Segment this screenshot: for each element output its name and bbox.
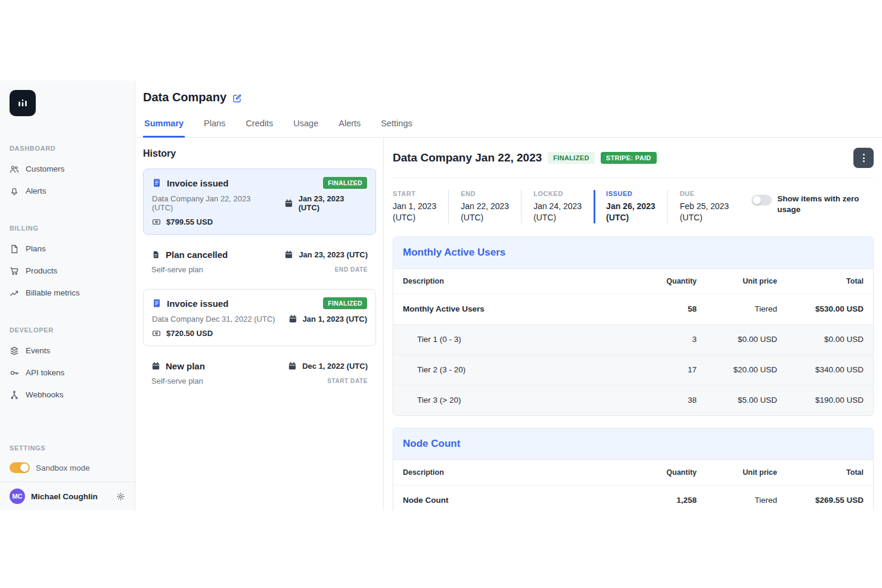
invoice-amount: $799.55 USD [166,217,213,226]
date-label: DUE [680,190,729,197]
tab-summary[interactable]: Summary [143,119,185,138]
invoice-subtitle: Data Company Dec 31, 2022 (UTC) [152,315,275,323]
date-value: Feb 25, 2023 [680,201,729,211]
money-icon [152,217,161,226]
date-end: END Jan 22, 2023(UTC) [448,190,521,223]
date-value: Jan 1, 2023 [393,201,436,211]
sidebar: DASHBOARD Customers Alerts [0,80,135,511]
brand-logo[interactable] [10,90,36,116]
page-title: Data Company [143,91,226,104]
tab-settings[interactable]: Settings [380,119,413,138]
history-item-plan-cancelled[interactable]: Plan cancelled Jan 23, 2023 (UTC) Self-s… [143,242,376,281]
table-header: Description Quantity Unit price Total [393,460,873,485]
history-item-title: Invoice issued [167,298,228,309]
date-label: START [393,190,436,197]
date-value: Jan 26, 2023 [606,201,656,211]
sidebar-bottom: SETTINGS Sandbox mode MC Michael Coughli… [0,444,135,511]
zero-usage-label: Show items with zero usage [777,194,867,214]
sidebar-item-webhooks[interactable]: Webhooks [10,384,125,406]
edit-icon[interactable] [232,94,242,103]
sidebar-item-label: Customers [26,164,64,173]
sidebar-item-label: Products [26,266,57,275]
history-item-invoice[interactable]: Invoice issued FINALIZED Data Company Ja… [143,169,376,235]
sandbox-mode-toggle[interactable] [10,462,30,473]
sidebar-item-events[interactable]: Events [10,340,125,362]
user-name: Michael Coughlin [31,492,110,501]
cell-total: $269.55 USD [777,496,864,505]
table-header: Description Quantity Unit price Total [393,269,873,294]
calendar-icon [288,362,297,371]
cell-quantity: 1,258 [625,496,697,505]
plan-date: Dec 1, 2022 (UTC) [302,362,368,371]
history-item-new-plan[interactable]: New plan Dec 1, 2022 (UTC) Self-serve pl… [143,354,376,393]
main-panel: Data Company Summary Plans Credits Usage… [135,80,882,511]
cell-description: Tier 1 (0 - 3) [403,335,625,344]
invoice-icon [152,178,162,188]
cell-unit-price: $20.00 USD [697,365,777,374]
cell-total: $340.00 USD [777,365,864,374]
sidebar-item-label: Alerts [26,186,46,195]
sidebar-item-label: Billable metrics [26,288,80,297]
sidebar-item-label: Events [26,346,50,355]
table-row-tier: Tier 2 (3 - 20) 17 $20.00 USD $340.00 US… [393,354,873,385]
sidebar-item-products[interactable]: Products [10,260,125,282]
date-label: ISSUED [606,190,656,197]
sidebar-item-plans[interactable]: Plans [10,238,125,260]
table-row-tier: Tier 1 (0 - 3) 3 $0.00 USD $0.00 USD [393,324,873,354]
avatar: MC [10,489,25,504]
calendar-icon [284,250,293,259]
document-icon [151,250,160,259]
calendar-icon [288,315,297,323]
cell-quantity: 3 [625,335,697,344]
sandbox-mode-row: Sandbox mode [0,456,135,481]
cell-quantity: 17 [625,365,697,374]
finalized-badge: FINALIZED [323,297,367,309]
plan-name: Self-serve plan [151,377,203,385]
money-icon [152,329,161,338]
col-quantity: Quantity [625,468,697,477]
people-icon [10,164,19,174]
cell-unit-price: Tiered [697,304,777,313]
col-quantity: Quantity [625,277,697,285]
date-due: DUE Feb 25, 2023(UTC) [667,190,741,223]
usage-section-title[interactable]: Node Count [393,428,873,460]
history-item-invoice[interactable]: Invoice issued FINALIZED Data Company De… [143,289,376,346]
tab-credits[interactable]: Credits [244,119,274,138]
tab-usage[interactable]: Usage [292,119,319,138]
cell-quantity: 58 [625,304,697,313]
sidebar-item-api-tokens[interactable]: API tokens [10,362,125,384]
cell-quantity: 38 [625,396,697,405]
history-heading: History [143,148,376,159]
date-value: Jan 24, 2023 [533,201,582,211]
tab-plans[interactable]: Plans [203,119,226,138]
sidebar-item-billable-metrics[interactable]: Billable metrics [10,282,125,304]
tab-alerts[interactable]: Alerts [337,119,362,138]
date-label: END [461,190,509,197]
date-tz: (UTC) [606,213,629,222]
cell-description: Tier 2 (3 - 20) [403,365,625,374]
trend-icon [10,288,19,298]
sidebar-item-alerts[interactable]: Alerts [10,180,125,202]
invoice-subtitle: Data Company Jan 22, 2023 (UTC) [152,194,274,212]
sidebar-item-label: API tokens [26,368,64,377]
kebab-menu-button[interactable] [853,148,874,168]
date-label: LOCKED [533,190,582,197]
sidebar-item-customers[interactable]: Customers [10,158,125,180]
col-description: Description [403,277,625,285]
gear-icon[interactable] [116,492,125,501]
user-row[interactable]: MC Michael Coughlin [0,481,135,511]
sidebar-section-settings: SETTINGS [10,444,125,452]
invoice-date: Jan 23, 2023 (UTC) [299,194,367,212]
invoice-date: Jan 1, 2023 (UTC) [303,315,367,323]
history-item-title: New plan [166,361,205,371]
invoice-title: Data Company Jan 22, 2023 [393,151,542,164]
usage-section-title[interactable]: Monthly Active Users [393,237,873,269]
app-window: DASHBOARD Customers Alerts [0,80,882,511]
invoice-title-row: Data Company Jan 22, 2023 FINALIZED STRI… [393,138,874,178]
table-row-tier: Tier 3 (> 20) 38 $5.00 USD $190.00 USD [393,385,873,415]
stripe-paid-badge: STRIPE: PAID [601,152,657,164]
cell-description: Node Count [403,496,625,505]
col-total: Total [777,277,864,285]
zero-usage-toggle[interactable] [751,195,772,206]
finalized-badge: FINALIZED [323,177,367,189]
